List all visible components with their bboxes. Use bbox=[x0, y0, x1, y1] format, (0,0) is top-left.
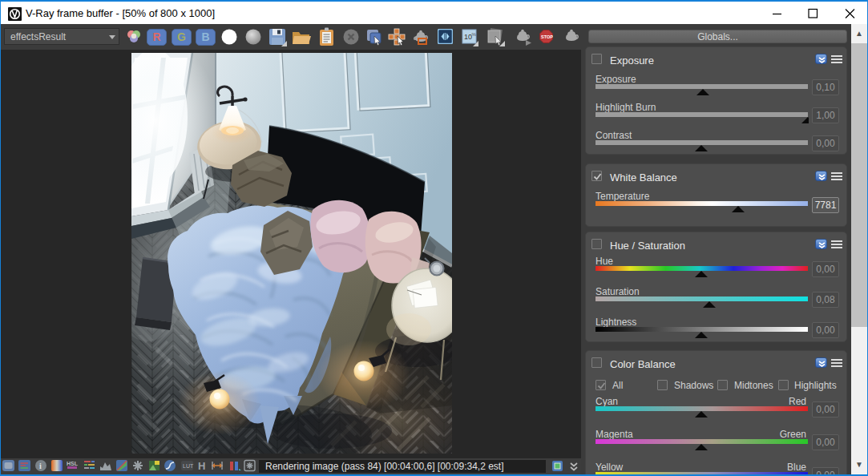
svg-text:10: 10 bbox=[464, 33, 472, 41]
svg-text:HSL: HSL bbox=[67, 461, 79, 466]
svg-text:LUT: LUT bbox=[183, 463, 194, 469]
svg-text:STOP: STOP bbox=[541, 34, 553, 39]
svg-text:i: i bbox=[39, 462, 42, 470]
svg-text:H: H bbox=[198, 460, 205, 472]
svg-text:%: % bbox=[472, 32, 477, 37]
